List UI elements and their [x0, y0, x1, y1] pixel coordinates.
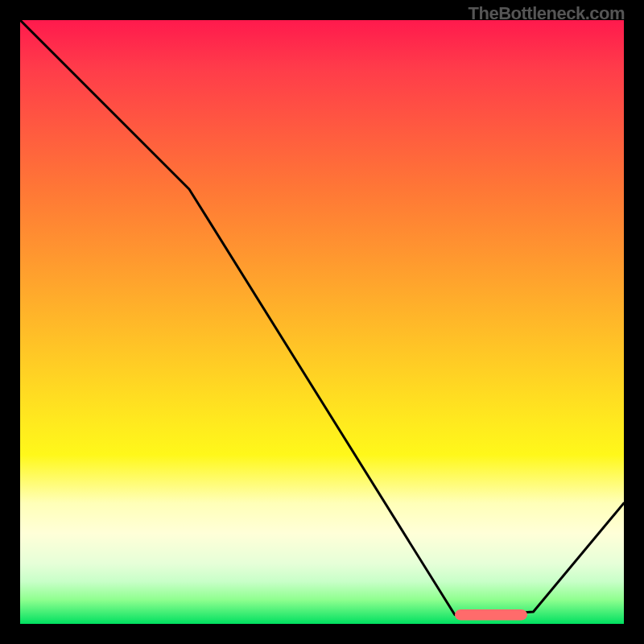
chart-container: TheBottleneck.com [0, 0, 644, 644]
plot-gradient-background [20, 20, 624, 624]
